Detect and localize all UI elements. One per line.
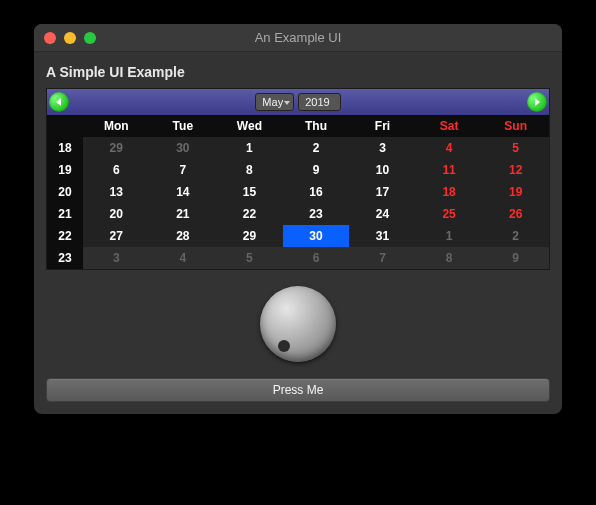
page-title: A Simple UI Example — [46, 64, 550, 80]
calendar-day[interactable]: 29 — [83, 137, 150, 159]
calendar-day[interactable]: 26 — [482, 203, 549, 225]
calendar-day[interactable]: 11 — [416, 159, 483, 181]
calendar-day[interactable]: 9 — [283, 159, 350, 181]
calendar-day[interactable]: 31 — [349, 225, 416, 247]
calendar-day[interactable]: 4 — [150, 247, 217, 269]
week-number-header — [47, 115, 83, 137]
calendar-day[interactable]: 7 — [349, 247, 416, 269]
calendar-row: 2013141516171819 — [47, 181, 549, 203]
weekday-header: Mon — [83, 115, 150, 137]
weekday-header-row: Mon Tue Wed Thu Fri Sat Sun — [47, 115, 549, 137]
calendar-day[interactable]: 8 — [216, 159, 283, 181]
calendar-row: 22272829303112 — [47, 225, 549, 247]
weekday-header: Wed — [216, 115, 283, 137]
arrow-left-icon — [54, 97, 64, 107]
year-value: 2019 — [305, 96, 329, 108]
calendar-day[interactable]: 6 — [283, 247, 350, 269]
arrow-right-icon — [532, 97, 542, 107]
calendar-day[interactable]: 19 — [482, 181, 549, 203]
app-window: An Example UI A Simple UI Example May 20… — [34, 24, 562, 414]
weekday-header: Sat — [416, 115, 483, 137]
calendar-day[interactable]: 6 — [83, 159, 150, 181]
calendar-row: 2120212223242526 — [47, 203, 549, 225]
calendar-day[interactable]: 16 — [283, 181, 350, 203]
calendar-day[interactable]: 27 — [83, 225, 150, 247]
dial-container — [46, 270, 550, 378]
calendar-day[interactable]: 22 — [216, 203, 283, 225]
calendar-day[interactable]: 1 — [416, 225, 483, 247]
week-number: 19 — [47, 159, 83, 181]
calendar-row: 18293012345 — [47, 137, 549, 159]
calendar-day[interactable]: 9 — [482, 247, 549, 269]
zoom-icon[interactable] — [84, 32, 96, 44]
titlebar[interactable]: An Example UI — [34, 24, 562, 52]
calendar-day[interactable]: 7 — [150, 159, 217, 181]
weekday-header: Sun — [482, 115, 549, 137]
calendar-row: 196789101112 — [47, 159, 549, 181]
calendar-day[interactable]: 30 — [283, 225, 350, 247]
month-year-picker: May 2019 — [255, 93, 340, 111]
year-spinbox[interactable]: 2019 — [298, 93, 340, 111]
calendar-day[interactable]: 14 — [150, 181, 217, 203]
calendar-day[interactable]: 2 — [283, 137, 350, 159]
calendar-day[interactable]: 1 — [216, 137, 283, 159]
calendar-day[interactable]: 25 — [416, 203, 483, 225]
calendar-day[interactable]: 17 — [349, 181, 416, 203]
window-controls — [34, 32, 96, 44]
calendar-header: May 2019 — [47, 89, 549, 115]
month-value: May — [262, 96, 283, 108]
minimize-icon[interactable] — [64, 32, 76, 44]
calendar-day[interactable]: 2 — [482, 225, 549, 247]
week-number: 22 — [47, 225, 83, 247]
calendar-day[interactable]: 13 — [83, 181, 150, 203]
calendar-day[interactable]: 10 — [349, 159, 416, 181]
calendar-widget: May 2019 Mon Tue Wed — [46, 88, 550, 270]
close-icon[interactable] — [44, 32, 56, 44]
calendar-day[interactable]: 5 — [482, 137, 549, 159]
calendar-row: 233456789 — [47, 247, 549, 269]
calendar-day[interactable]: 8 — [416, 247, 483, 269]
calendar-day[interactable]: 5 — [216, 247, 283, 269]
calendar-day[interactable]: 24 — [349, 203, 416, 225]
button-label: Press Me — [273, 383, 324, 397]
calendar-day[interactable]: 23 — [283, 203, 350, 225]
calendar-day[interactable]: 28 — [150, 225, 217, 247]
month-select[interactable]: May — [255, 93, 294, 111]
content-area: A Simple UI Example May 2019 — [34, 52, 562, 414]
calendar-day[interactable]: 15 — [216, 181, 283, 203]
calendar-day[interactable]: 12 — [482, 159, 549, 181]
calendar-day[interactable]: 4 — [416, 137, 483, 159]
next-month-button[interactable] — [527, 92, 547, 112]
calendar-day[interactable]: 3 — [349, 137, 416, 159]
calendar-day[interactable]: 30 — [150, 137, 217, 159]
calendar-day[interactable]: 18 — [416, 181, 483, 203]
calendar-grid: Mon Tue Wed Thu Fri Sat Sun 182930123451… — [47, 115, 549, 269]
prev-month-button[interactable] — [49, 92, 69, 112]
calendar-day[interactable]: 3 — [83, 247, 150, 269]
calendar-day[interactable]: 20 — [83, 203, 150, 225]
week-number: 23 — [47, 247, 83, 269]
weekday-header: Fri — [349, 115, 416, 137]
week-number: 18 — [47, 137, 83, 159]
calendar-day[interactable]: 21 — [150, 203, 217, 225]
weekday-header: Thu — [283, 115, 350, 137]
week-number: 21 — [47, 203, 83, 225]
rotary-dial[interactable] — [260, 286, 336, 362]
dial-indicator-icon — [278, 340, 290, 352]
week-number: 20 — [47, 181, 83, 203]
calendar-day[interactable]: 29 — [216, 225, 283, 247]
window-title: An Example UI — [34, 30, 562, 45]
press-me-button[interactable]: Press Me — [46, 378, 550, 402]
weekday-header: Tue — [150, 115, 217, 137]
